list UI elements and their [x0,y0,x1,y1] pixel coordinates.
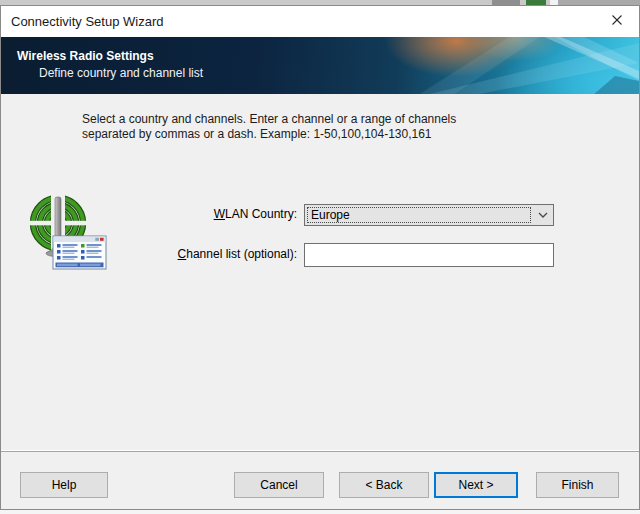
footer-separator [1,450,639,452]
channel-list-label-rest: hannel list (optional): [186,247,297,261]
wlan-country-selected-value: Europe [307,207,531,223]
instruction-line-2: separated by commas or a dash. Example: … [82,127,456,142]
help-button[interactable]: Help [20,472,108,498]
close-icon [610,13,624,30]
wlan-country-label-accesskey: W [214,207,225,221]
cancel-button[interactable]: Cancel [234,472,324,498]
wlan-country-label-rest: LAN Country: [225,207,297,221]
wlan-country-combobox[interactable]: Europe [304,204,554,226]
banner-subtitle: Define country and channel list [39,66,203,80]
instruction-text: Select a country and channels. Enter a c… [82,112,456,142]
wizard-dialog: Connectivity Setup Wizard Wireless Radio… [0,5,640,510]
window-title: Connectivity Setup Wizard [11,6,163,37]
finish-button[interactable]: Finish [536,472,619,498]
back-button[interactable]: < Back [339,472,429,498]
channel-list-input[interactable] [304,243,554,267]
channel-list-label-accesskey: C [178,247,187,261]
title-bar[interactable]: Connectivity Setup Wizard [1,6,639,37]
next-button[interactable]: Next > [434,472,518,498]
wizard-page-body: Select a country and channels. Enter a c… [1,94,639,509]
banner-title: Wireless Radio Settings [17,49,154,63]
screen: Connectivity Setup Wizard Wireless Radio… [0,0,640,514]
wlan-country-label: WLAN Country: [81,207,297,221]
channel-list-label: Channel list (optional): [81,247,297,261]
chevron-down-icon[interactable] [533,205,553,225]
close-button[interactable] [594,6,639,37]
wizard-banner: Wireless Radio Settings Define country a… [1,37,639,94]
instruction-line-1: Select a country and channels. Enter a c… [82,112,456,127]
